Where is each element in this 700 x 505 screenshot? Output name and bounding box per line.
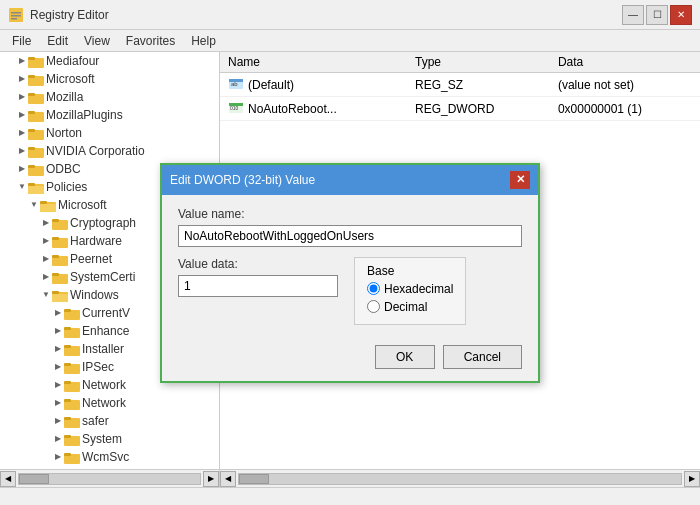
folder-open-icon — [28, 179, 44, 195]
folder-icon — [64, 359, 80, 375]
tree-item-microsoft-1[interactable]: ▶ Microsoft — [0, 70, 219, 88]
folder-icon — [64, 341, 80, 357]
tree-item-safer[interactable]: ▶ safer — [0, 412, 219, 430]
decimal-radio-row: Decimal — [367, 300, 453, 314]
base-group: Base Hexadecimal Decimal — [354, 257, 466, 325]
col-data: Data — [550, 52, 700, 73]
hexadecimal-radio-row: Hexadecimal — [367, 282, 453, 296]
folder-icon — [64, 323, 80, 339]
svg-rect-38 — [64, 327, 71, 330]
decimal-radio[interactable] — [367, 300, 380, 313]
folder-icon — [28, 161, 44, 177]
tree-arrow: ▶ — [40, 271, 52, 283]
folder-icon — [52, 215, 68, 231]
value-name-label: Value name: — [178, 207, 522, 221]
svg-rect-34 — [52, 294, 68, 302]
registry-table: Name Type Data ab (Default) RE — [220, 52, 700, 121]
scroll-thumb[interactable] — [239, 474, 269, 484]
tree-arrow: ▶ — [16, 127, 28, 139]
svg-text:ab: ab — [231, 81, 238, 87]
value-data-input[interactable] — [178, 275, 338, 297]
tree-item-mozilla[interactable]: ▶ Mozilla — [0, 88, 219, 106]
scroll-left-btn[interactable]: ◀ — [0, 471, 16, 487]
dialog-buttons: OK Cancel — [162, 337, 538, 381]
svg-rect-29 — [52, 255, 59, 258]
menu-view[interactable]: View — [76, 32, 118, 50]
table-row[interactable]: ab (Default) REG_SZ (value not set) — [220, 73, 700, 97]
row-name: 010 NoAutoReboot... — [220, 97, 407, 121]
menu-file[interactable]: File — [4, 32, 39, 50]
svg-rect-19 — [28, 183, 35, 186]
scroll-left-btn[interactable]: ◀ — [220, 471, 236, 487]
scroll-right-btn[interactable]: ▶ — [203, 471, 219, 487]
hexadecimal-label: Hexadecimal — [384, 282, 453, 296]
tree-item-mozillaplugins[interactable]: ▶ MozillaPlugins — [0, 106, 219, 124]
window-controls: — ☐ ✕ — [622, 5, 692, 25]
svg-text:010: 010 — [230, 105, 239, 111]
dialog-close-button[interactable]: ✕ — [510, 171, 530, 189]
tree-arrow: ▶ — [52, 307, 64, 319]
scroll-track[interactable] — [18, 473, 201, 485]
menu-favorites[interactable]: Favorites — [118, 32, 183, 50]
tree-arrow: ▼ — [28, 199, 40, 211]
maximize-button[interactable]: ☐ — [646, 5, 668, 25]
title-bar: Registry Editor — ☐ ✕ — [0, 0, 700, 30]
col-name: Name — [220, 52, 407, 73]
tree-arrow: ▶ — [52, 343, 64, 355]
folder-icon — [28, 89, 44, 105]
svg-rect-31 — [52, 273, 59, 276]
col-type: Type — [407, 52, 550, 73]
folder-icon — [64, 431, 80, 447]
tree-arrow: ▶ — [52, 415, 64, 427]
tree-arrow: ▶ — [16, 91, 28, 103]
cancel-button[interactable]: Cancel — [443, 345, 522, 369]
row-type: REG_DWORD — [407, 97, 550, 121]
value-name-input[interactable] — [178, 225, 522, 247]
folder-icon — [52, 269, 68, 285]
tree-item-nvidia[interactable]: ▶ NVIDIA Corporatio — [0, 142, 219, 160]
tree-item-wcmsvc[interactable]: ▶ WcmSvc — [0, 448, 219, 466]
default-icon: ab — [228, 75, 244, 94]
svg-rect-15 — [28, 147, 35, 150]
tree-arrow: ▶ — [16, 109, 28, 121]
tree-arrow: ▶ — [16, 55, 28, 67]
svg-rect-22 — [40, 201, 47, 204]
tree-item-mediafour[interactable]: ▶ Mediafour — [0, 52, 219, 70]
folder-icon — [52, 251, 68, 267]
tree-item-system[interactable]: ▶ System — [0, 430, 219, 448]
svg-rect-25 — [52, 219, 59, 222]
tree-item-network-2[interactable]: ▶ Network — [0, 394, 219, 412]
tree-arrow: ▶ — [16, 73, 28, 85]
tree-label: Norton — [46, 126, 219, 140]
decimal-label: Decimal — [384, 300, 427, 314]
tree-scrollbar-h[interactable]: ◀ ▶ — [0, 469, 219, 487]
row-name: ab (Default) — [220, 73, 407, 97]
tree-item-norton[interactable]: ▶ Norton — [0, 124, 219, 142]
scroll-track[interactable] — [238, 473, 682, 485]
svg-rect-46 — [64, 399, 71, 402]
svg-rect-1 — [11, 12, 21, 14]
right-scrollbar-h[interactable]: ◀ ▶ — [220, 469, 700, 487]
scroll-thumb[interactable] — [19, 474, 49, 484]
menu-edit[interactable]: Edit — [39, 32, 76, 50]
scroll-right-btn[interactable]: ▶ — [684, 471, 700, 487]
close-button[interactable]: ✕ — [670, 5, 692, 25]
svg-rect-23 — [40, 204, 56, 212]
tree-arrow: ▶ — [16, 163, 28, 175]
svg-rect-42 — [64, 363, 71, 366]
tree-label: Mediafour — [46, 54, 219, 68]
folder-icon — [64, 449, 80, 465]
hexadecimal-radio[interactable] — [367, 282, 380, 295]
svg-rect-27 — [52, 237, 59, 240]
table-row[interactable]: 010 NoAutoReboot... REG_DWORD 0x00000001… — [220, 97, 700, 121]
base-label: Base — [367, 264, 453, 278]
ok-button[interactable]: OK — [375, 345, 435, 369]
tree-arrow: ▶ — [40, 235, 52, 247]
folder-icon — [28, 71, 44, 87]
dialog-title: Edit DWORD (32-bit) Value — [170, 173, 315, 187]
svg-rect-33 — [52, 291, 59, 294]
menu-help[interactable]: Help — [183, 32, 224, 50]
folder-icon — [28, 125, 44, 141]
minimize-button[interactable]: — — [622, 5, 644, 25]
tree-arrow: ▶ — [52, 361, 64, 373]
